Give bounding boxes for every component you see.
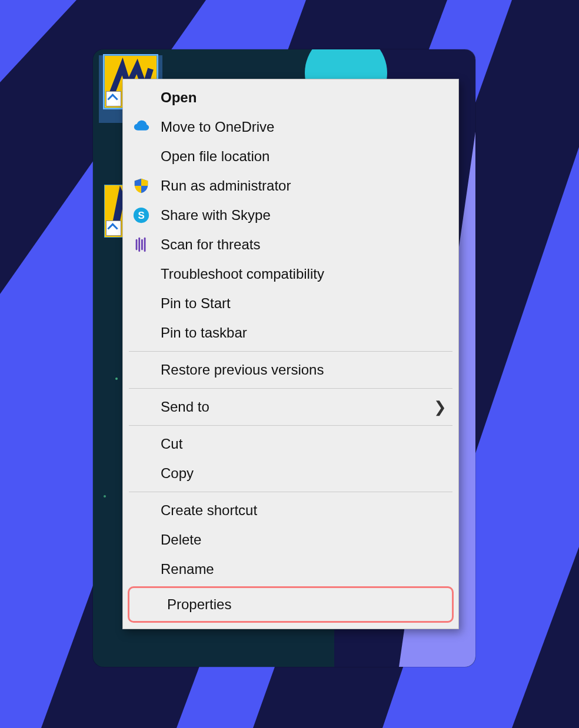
menu-item-label: Properties <box>167 596 440 613</box>
svg-rect-17 <box>141 239 143 251</box>
menu-separator <box>129 351 452 352</box>
menu-open[interactable]: Open <box>123 83 458 112</box>
spacer-icon <box>131 500 151 520</box>
menu-move-to-onedrive[interactable]: Move to OneDrive <box>123 112 458 142</box>
skype-icon: S <box>131 205 151 225</box>
menu-delete[interactable]: Delete <box>123 525 458 555</box>
onedrive-icon <box>131 117 151 137</box>
spacer-icon <box>131 463 151 483</box>
svg-point-7 <box>104 495 106 497</box>
menu-item-label: Copy <box>161 465 447 482</box>
shield-icon <box>131 176 151 196</box>
spacer-icon <box>131 360 151 380</box>
menu-pin-to-start[interactable]: Pin to Start <box>123 289 458 318</box>
menu-troubleshoot-compatibility[interactable]: Troubleshoot compatibility <box>123 259 458 289</box>
menu-pin-to-taskbar[interactable]: Pin to taskbar <box>123 318 458 348</box>
spacer-icon <box>131 264 151 284</box>
menu-item-label: Open file location <box>161 148 447 165</box>
menu-cut[interactable]: Cut <box>123 429 458 459</box>
spacer-icon <box>131 293 151 313</box>
menu-copy[interactable]: Copy <box>123 459 458 488</box>
scan-threats-icon <box>131 235 151 255</box>
spacer-icon <box>131 88 151 108</box>
menu-share-with-skype[interactable]: S Share with Skype <box>123 201 458 230</box>
menu-send-to[interactable]: Send to ❯ <box>123 392 458 422</box>
menu-item-label: Rename <box>161 561 447 577</box>
menu-restore-previous-versions[interactable]: Restore previous versions <box>123 355 458 385</box>
menu-separator <box>129 492 452 492</box>
menu-item-label: Pin to Start <box>161 295 447 312</box>
svg-rect-18 <box>144 238 146 252</box>
menu-item-label: Move to OneDrive <box>161 119 447 135</box>
context-menu: Open Move to OneDrive Open file location… <box>122 79 459 629</box>
menu-item-label: Send to <box>161 399 434 415</box>
svg-rect-15 <box>136 239 138 251</box>
menu-rename[interactable]: Rename <box>123 555 458 584</box>
menu-item-label: Cut <box>161 436 447 452</box>
menu-item-label: Scan for threats <box>161 236 447 253</box>
menu-item-label: Share with Skype <box>161 207 447 223</box>
menu-item-label: Restore previous versions <box>161 362 447 378</box>
menu-run-as-administrator[interactable]: Run as administrator <box>123 171 458 201</box>
menu-open-file-location[interactable]: Open file location <box>123 142 458 171</box>
menu-item-label: Pin to taskbar <box>161 325 447 341</box>
menu-scan-for-threats[interactable]: Scan for threats <box>123 230 458 259</box>
menu-item-label: Troubleshoot compatibility <box>161 266 447 282</box>
menu-item-label: Open <box>161 89 447 106</box>
menu-item-label: Run as administrator <box>161 178 447 194</box>
menu-item-label: Create shortcut <box>161 502 447 519</box>
spacer-icon <box>131 559 151 579</box>
spacer-icon <box>131 530 151 550</box>
menu-item-label: Delete <box>161 532 447 548</box>
svg-text:S: S <box>138 210 144 221</box>
spacer-icon <box>131 397 151 417</box>
screenshot-card: M Mi Open Move to OneDrive Open file loc… <box>93 49 475 667</box>
menu-separator <box>129 388 452 389</box>
menu-create-shortcut[interactable]: Create shortcut <box>123 496 458 525</box>
menu-properties[interactable]: Properties <box>128 586 454 623</box>
svg-rect-16 <box>138 238 140 252</box>
svg-point-6 <box>115 378 118 380</box>
spacer-icon <box>131 146 151 166</box>
spacer-icon <box>138 595 158 615</box>
menu-separator <box>129 425 452 426</box>
spacer-icon <box>131 434 151 454</box>
spacer-icon <box>131 323 151 343</box>
chevron-right-icon: ❯ <box>434 398 447 416</box>
